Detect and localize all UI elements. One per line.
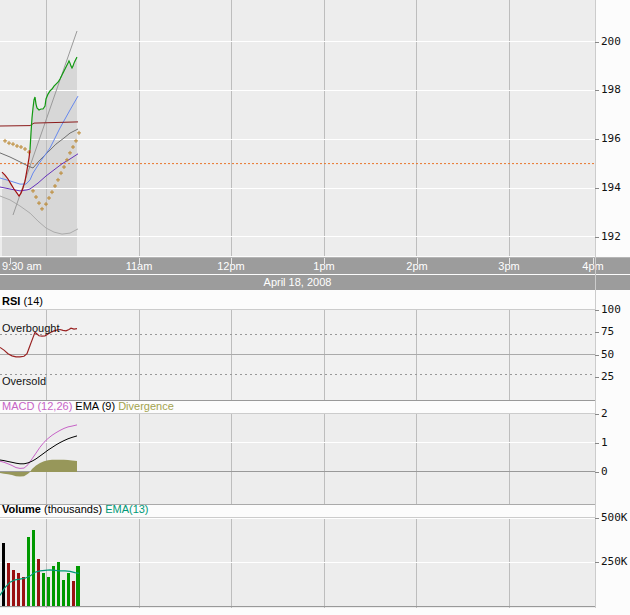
- time-axis-label: 11am: [109, 260, 169, 272]
- y-axis-tick: [595, 414, 599, 415]
- time-axis-label: 12pm: [201, 260, 261, 272]
- macd-chart: [0, 413, 595, 505]
- volume-title-part: Volume: [2, 503, 41, 515]
- overbought-label: Overbought: [2, 322, 59, 334]
- rsi-title-part: (14): [20, 295, 43, 307]
- volume-chart: [0, 517, 595, 608]
- y-axis-tick: [595, 562, 599, 563]
- rsi-title: RSI (14): [2, 295, 43, 307]
- macd-panel: [0, 413, 595, 505]
- price-area-fill: [2, 57, 77, 256]
- y-axis-tick: [595, 355, 599, 356]
- y-axis-label: 2: [601, 408, 630, 420]
- rsi-chart: [0, 309, 595, 401]
- time-axis-label: 2pm: [387, 260, 447, 272]
- time-axis-label: 3pm: [479, 260, 539, 272]
- date-bar: April 18, 2008: [0, 275, 630, 290]
- y-axis-tick: [595, 139, 599, 140]
- y-axis-label: 50: [601, 349, 630, 361]
- rsi-title-part: RSI: [2, 295, 20, 307]
- y-axis-tick: [595, 332, 599, 333]
- rsi-panel: [0, 309, 595, 401]
- y-axis-label: 500K: [601, 512, 630, 524]
- y-axis-label: 75: [601, 326, 630, 338]
- y-axis-tick: [595, 188, 599, 189]
- y-axis-label: 100: [601, 304, 630, 316]
- volume-title-part: (thousands): [41, 503, 102, 515]
- y-axis-label: 250K: [601, 556, 630, 568]
- y-axis-label: 25: [601, 371, 630, 383]
- macd-title-part: MACD (12,26): [2, 400, 72, 412]
- y-axis-tick: [595, 443, 599, 444]
- y-axis-label: 192: [601, 231, 630, 243]
- y-axis-label: 0: [601, 466, 630, 478]
- time-axis-bar: 9:30 am11am12pm1pm2pm3pm4pm: [0, 257, 630, 274]
- price-chart: [0, 0, 595, 256]
- macd-title-part: Divergence: [115, 400, 174, 412]
- y-axis-tick: [595, 310, 599, 311]
- y-axis-label: 196: [601, 133, 630, 145]
- volume-panel: [0, 517, 595, 608]
- time-axis-label: 1pm: [294, 260, 354, 272]
- time-axis-label: 4pm: [563, 260, 623, 272]
- volume-title-part: EMA(13): [102, 503, 148, 515]
- y-axis-label: 194: [601, 182, 630, 194]
- right-axis-line: [595, 0, 596, 608]
- time-axis-label: 9:30 am: [2, 260, 42, 272]
- macd-title-part: EMA (9): [72, 400, 115, 412]
- volume-bars: [2, 530, 80, 606]
- volume-title: Volume (thousands) EMA(13): [2, 503, 149, 515]
- y-axis-label: 1: [601, 437, 630, 449]
- y-axis-tick: [595, 42, 599, 43]
- y-axis-tick: [595, 90, 599, 91]
- intraday-stock-chart: 9:30 am11am12pm1pm2pm3pm4pm April 18, 20…: [0, 0, 630, 615]
- oversold-label: Oversold: [2, 375, 46, 387]
- y-axis-tick: [595, 472, 599, 473]
- price-panel: [0, 0, 595, 256]
- y-axis-tick: [595, 237, 599, 238]
- y-axis-tick: [595, 518, 599, 519]
- y-axis-label: 200: [601, 36, 630, 48]
- macd-title: MACD (12,26) EMA (9) Divergence: [2, 400, 174, 412]
- y-axis-label: 198: [601, 84, 630, 96]
- date-label: April 18, 2008: [0, 276, 595, 288]
- y-axis-tick: [595, 377, 599, 378]
